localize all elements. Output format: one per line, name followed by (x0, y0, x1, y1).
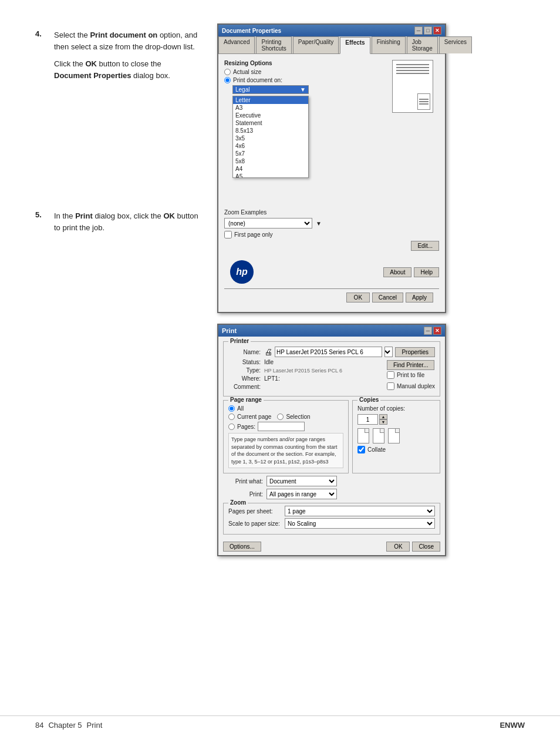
all-label: All (237, 405, 244, 412)
all-radio[interactable] (228, 405, 235, 412)
print-row: Print: All pages in range (228, 489, 436, 499)
dropdown-item-8513[interactable]: 8.5x13 (233, 127, 308, 135)
print-title: Print (222, 327, 237, 334)
page-icon (417, 93, 430, 110)
selection-label: Selection (286, 414, 310, 420)
dropdown-item-statement[interactable]: Statement (233, 119, 308, 127)
print-doc-on-radio[interactable] (224, 77, 231, 83)
printer-checkboxes: Find Printer... Print to file Manual dup… (387, 360, 435, 392)
tab-services[interactable]: Services (439, 36, 472, 53)
dropdown-item-executive[interactable]: Executive (233, 112, 308, 119)
print-what-label: Print what: (228, 478, 263, 485)
zoom-examples-row: Zoom Examples (224, 209, 439, 216)
spinner-btns: ▲ ▼ (379, 414, 387, 425)
pages-per-sheet-label: Pages per sheet: (228, 508, 281, 515)
about-button[interactable]: About (383, 267, 411, 277)
tab-advanced[interactable]: Advanced (218, 36, 255, 53)
collate-checkbox[interactable] (357, 446, 365, 453)
printer-name-row: Name: 🖨 Properties (228, 347, 435, 357)
docprops-apply-button[interactable]: Apply (406, 293, 433, 303)
maximize-btn[interactable]: □ (424, 26, 432, 35)
print-close-button[interactable]: Close (412, 542, 440, 552)
footer-left: 84 Chapter 5 Print (35, 721, 102, 730)
step-4-ok-bold: OK (85, 59, 97, 68)
footer-chapter: Chapter 5 (48, 721, 82, 730)
current-page-radio[interactable] (228, 414, 235, 420)
tab-printing-shortcuts[interactable]: Printing Shortcuts (256, 36, 291, 53)
page-range-title: Page range (228, 396, 264, 403)
docprops-dialog: Document Properties ─ □ ✕ Advanced Print… (217, 23, 446, 313)
zoom-select[interactable]: (none) (224, 218, 312, 228)
close-btn[interactable]: ✕ (433, 26, 441, 35)
printer-dropdown[interactable] (384, 347, 393, 357)
dropdown-item-3x5[interactable]: 3x5 (233, 135, 308, 142)
printer-details-left: Status: Idle Type: HP LaserJet P2015 Ser… (228, 359, 387, 392)
pages-per-sheet-select[interactable]: 1 page (285, 506, 435, 516)
zoom-section: Zoom Pages per sheet: 1 page Scale to pa… (223, 503, 440, 535)
tab-paper-quality[interactable]: Paper/Quality (293, 36, 339, 53)
dropdown-item-5x8[interactable]: 5x8 (233, 157, 308, 165)
print-select[interactable]: All pages in range (266, 489, 337, 499)
dropdown-selected-value: Legal (235, 86, 249, 93)
print-label: Print: (228, 491, 263, 498)
dropdown-list[interactable]: Letter A3 Executive Statement 8.5x13 3x5… (232, 96, 309, 178)
print-minimize-btn[interactable]: ─ (424, 327, 432, 335)
docprops-cancel-button[interactable]: Cancel (372, 293, 403, 303)
right-column: Document Properties ─ □ ✕ Advanced Print… (217, 23, 531, 556)
tab-effects[interactable]: Effects (340, 37, 370, 54)
size-dropdown-open[interactable]: Legal ▼ (232, 85, 309, 94)
collate-label: Collate (367, 446, 386, 453)
printer-name-input[interactable] (275, 347, 382, 357)
dropdown-item-5x7[interactable]: 5x7 (233, 150, 308, 157)
docprops-titlebar: Document Properties ─ □ ✕ (218, 25, 445, 36)
pages-input[interactable] (258, 422, 305, 431)
print-doc-on-label: Print document on: (233, 77, 282, 83)
page-footer: 84 Chapter 5 Print ENWW (0, 715, 560, 734)
docprops-ok-button[interactable]: OK (346, 293, 370, 303)
collate-icons (357, 428, 435, 443)
print-ok-button[interactable]: OK (386, 542, 410, 552)
first-page-only-checkbox[interactable] (224, 231, 232, 238)
current-selection-row: Current page Selection (228, 414, 343, 422)
properties-button[interactable]: Properties (395, 347, 435, 357)
print-to-file-row: Print to file (387, 371, 424, 379)
printer-details: Status: Idle Type: HP LaserJet P2015 Ser… (228, 359, 435, 392)
printer-icon: 🖨 (264, 347, 272, 357)
zoom-dropdown-row: (none) ▼ (224, 218, 439, 228)
print-titlebar: Print ─ ✕ (218, 325, 445, 337)
tab-job-storage[interactable]: Job Storage (407, 36, 438, 53)
footer-brand: ENWW (500, 721, 525, 730)
pages-radio[interactable] (228, 424, 235, 430)
dropdown-item-a5[interactable]: A5 (233, 173, 308, 178)
tab-finishing[interactable]: Finishing (372, 36, 406, 53)
print-close-btn[interactable]: ✕ (433, 327, 441, 335)
find-printer-button[interactable]: Find Printer... (387, 360, 434, 370)
scale-label: Scale to paper size: (228, 520, 281, 527)
dropdown-item-4x6[interactable]: 4x6 (233, 142, 308, 150)
spinner-up-btn[interactable]: ▲ (379, 414, 387, 419)
where-value: LPT1: (264, 375, 280, 382)
all-radio-row: All (228, 405, 343, 412)
dropdown-item-a3[interactable]: A3 (233, 104, 308, 112)
step-5-content: In the Print dialog box, click the OK bu… (54, 210, 200, 233)
page-icon-right (388, 428, 400, 443)
spinner-down-btn[interactable]: ▼ (379, 419, 387, 425)
help-button[interactable]: Help (414, 267, 439, 277)
minimize-btn[interactable]: ─ (414, 26, 423, 35)
edit-button[interactable]: Edit... (411, 241, 439, 251)
manual-duplex-checkbox[interactable] (387, 382, 394, 390)
print-what-select[interactable]: Document (266, 476, 337, 486)
dropdown-item-a4[interactable]: A4 (233, 165, 308, 173)
docprops-tabs: Advanced Printing Shortcuts Paper/Qualit… (218, 36, 445, 54)
options-button[interactable]: Options... (223, 542, 261, 552)
scale-select[interactable]: No Scaling (285, 518, 435, 529)
step-4-number: 4. (35, 29, 46, 81)
actual-size-radio[interactable] (224, 69, 231, 75)
resizing-label: Resizing Options (224, 60, 392, 66)
titlebar-controls: ─ □ ✕ (414, 26, 441, 35)
dropdown-item-letter[interactable]: Letter (233, 96, 308, 104)
manual-duplex-row: Manual duplex (387, 382, 435, 390)
print-to-file-checkbox[interactable] (387, 371, 394, 379)
copies-input[interactable] (357, 414, 378, 425)
selection-radio[interactable] (277, 414, 284, 420)
